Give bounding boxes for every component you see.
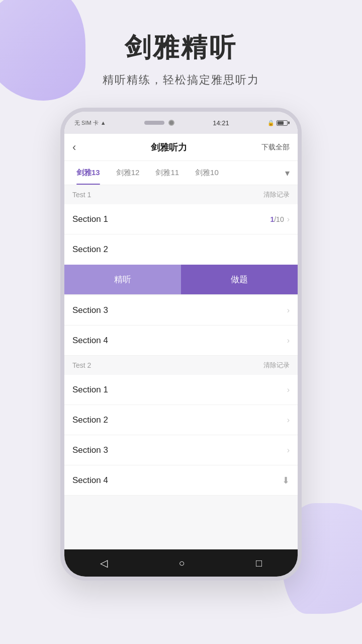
app-content: Test 1 清除记录 Section 1 1/10 › Section 2 bbox=[64, 185, 298, 581]
test1-section4-name: Section 4 bbox=[72, 336, 108, 346]
test1-header: Test 1 清除记录 bbox=[64, 185, 298, 204]
nav-title: 剑雅听力 bbox=[151, 141, 187, 153]
test2-label: Test 2 bbox=[72, 361, 91, 369]
test1-section2-item[interactable]: Section 2 bbox=[64, 234, 298, 265]
nav-bar: ‹ 剑雅听力 下载全部 bbox=[64, 134, 298, 161]
status-bar: 无 SIM 卡 ▲ 14:21 🔒 bbox=[64, 112, 298, 134]
tab-jianiya11[interactable]: 剑雅11 bbox=[147, 161, 187, 185]
test2-section3-name: Section 3 bbox=[72, 445, 108, 455]
tabs-container: 剑雅13 剑雅12 剑雅11 剑雅10 ▾ bbox=[64, 161, 298, 185]
app-subtitle: 精听精练，轻松搞定雅思听力 bbox=[0, 72, 362, 88]
tab-jianiya12[interactable]: 剑雅12 bbox=[108, 161, 148, 185]
listen-button[interactable]: 精听 bbox=[64, 265, 181, 294]
test1-section1-score: 1/10 bbox=[270, 215, 284, 223]
phone-container: 无 SIM 卡 ▲ 14:21 🔒 ‹ 剑雅听力 下载全部 bbox=[0, 108, 362, 581]
phone-mockup: 无 SIM 卡 ▲ 14:21 🔒 ‹ 剑雅听力 下载全部 bbox=[60, 108, 302, 581]
battery-fill bbox=[278, 121, 284, 125]
app-title: 剑雅精听 bbox=[0, 30, 362, 65]
test1-section1-chevron: › bbox=[287, 215, 290, 224]
test1-section2-buttons: 精听 做题 bbox=[64, 265, 298, 295]
test2-section4-name: Section 4 bbox=[72, 475, 108, 486]
test1-section1-item[interactable]: Section 1 1/10 › bbox=[64, 204, 298, 234]
test1-section1-name: Section 1 bbox=[72, 214, 108, 224]
test2-section2-item[interactable]: Section 2 › bbox=[64, 405, 298, 435]
test2-section4-download-icon[interactable]: ⬇ bbox=[282, 475, 290, 486]
nav-back-button[interactable]: ◁ bbox=[90, 553, 118, 573]
test1-section3-chevron: › bbox=[287, 306, 290, 315]
test2-section3-item[interactable]: Section 3 › bbox=[64, 435, 298, 465]
test1-section4-chevron: › bbox=[287, 336, 290, 345]
status-left: 无 SIM 卡 ▲ bbox=[74, 119, 106, 127]
status-right: 🔒 bbox=[267, 120, 288, 126]
test2-section1-chevron: › bbox=[287, 385, 290, 394]
status-time: 14:21 bbox=[213, 119, 229, 127]
carrier-text: 无 SIM 卡 bbox=[74, 119, 99, 127]
test2-section2-name: Section 2 bbox=[72, 415, 108, 425]
bottom-nav: ◁ ○ □ bbox=[64, 549, 298, 577]
test2-section4-item[interactable]: Section 4 ⬇ bbox=[64, 465, 298, 496]
lock-icon: 🔒 bbox=[267, 120, 275, 126]
nav-home-button[interactable]: ○ bbox=[168, 553, 195, 573]
test1-section3-name: Section 3 bbox=[72, 305, 108, 315]
nav-recent-button[interactable]: □ bbox=[246, 553, 272, 573]
speaker bbox=[144, 121, 164, 125]
download-all-button[interactable]: 下载全部 bbox=[261, 143, 290, 152]
practice-button[interactable]: 做题 bbox=[181, 265, 298, 294]
test1-section4-item[interactable]: Section 4 › bbox=[64, 326, 298, 356]
test1-section2-name: Section 2 bbox=[72, 245, 108, 255]
camera bbox=[168, 120, 174, 126]
test2-clear-action[interactable]: 清除记录 bbox=[263, 361, 290, 370]
test1-section3-item[interactable]: Section 3 › bbox=[64, 295, 298, 326]
test1-clear-action[interactable]: 清除记录 bbox=[263, 190, 290, 199]
notch-area bbox=[144, 120, 174, 126]
test2-section1-name: Section 1 bbox=[72, 385, 108, 395]
battery-icon bbox=[277, 120, 288, 126]
test2-section3-chevron: › bbox=[287, 446, 290, 455]
back-button[interactable]: ‹ bbox=[72, 141, 76, 154]
tab-jianiya13[interactable]: 剑雅13 bbox=[68, 161, 108, 185]
test2-header: Test 2 清除记录 bbox=[64, 356, 298, 375]
test2-section2-chevron: › bbox=[287, 416, 290, 425]
wifi-signal: ▲ bbox=[101, 120, 106, 126]
test2-section1-item[interactable]: Section 1 › bbox=[64, 375, 298, 405]
test1-section1-right: 1/10 › bbox=[270, 215, 290, 224]
test1-section2-container: Section 2 精听 做题 bbox=[64, 234, 298, 295]
header-section: 剑雅精听 精听精练，轻松搞定雅思听力 bbox=[0, 0, 362, 103]
test1-label: Test 1 bbox=[72, 191, 91, 199]
tab-jianiya10[interactable]: 剑雅10 bbox=[187, 161, 227, 185]
tab-more-button[interactable]: ▾ bbox=[281, 168, 294, 179]
